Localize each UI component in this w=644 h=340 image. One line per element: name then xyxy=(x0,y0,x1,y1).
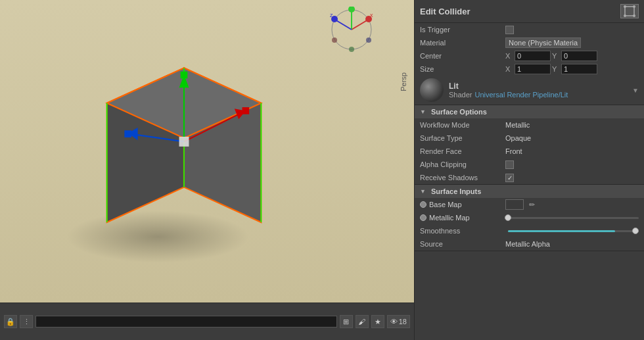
material-preview-row: Lit Shader Universal Render Pipeline/Lit… xyxy=(415,76,644,105)
size-row: Size X Y xyxy=(415,62,644,76)
center-x-input[interactable] xyxy=(515,51,551,61)
smoothness-row: Smoothness xyxy=(415,224,644,237)
alpha-clipping-label: Alpha Clipping xyxy=(420,160,505,168)
material-sphere-preview xyxy=(420,78,444,102)
base-map-label: Base Map xyxy=(429,201,462,208)
menu-button[interactable]: ⋮ xyxy=(20,315,33,328)
perspective-label: Persp xyxy=(400,72,407,91)
surface-type-label: Surface Type xyxy=(420,134,505,142)
size-y-label: Y xyxy=(552,65,560,73)
metallic-map-slider-thumb[interactable] xyxy=(505,214,511,221)
smoothness-slider-thumb[interactable] xyxy=(632,228,639,234)
shader-row: Shader Universal Render Pipeline/Lit xyxy=(449,91,627,99)
render-face-row: Render Face Front xyxy=(415,145,644,158)
smoothness-slider-track[interactable] xyxy=(508,230,639,232)
base-map-row: Base Map ✏ xyxy=(415,198,644,211)
svg-point-33 xyxy=(633,14,635,17)
brush-button[interactable]: 🖌 xyxy=(356,315,369,328)
lock-button[interactable]: 🔒 xyxy=(4,315,17,328)
edit-collider-title: Edit Collider xyxy=(420,7,471,16)
svg-line-17 xyxy=(352,20,368,30)
svg-point-26 xyxy=(332,37,337,43)
material-name: Lit xyxy=(449,82,627,91)
surface-inputs-section: ▼ Surface Inputs Base Map ✏ Metallic Map xyxy=(415,185,644,251)
edit-collider-icon xyxy=(624,5,635,17)
edit-collider-button[interactable] xyxy=(620,4,639,18)
shader-value[interactable]: Universal Render Pipeline/Lit xyxy=(474,91,568,99)
render-face-value[interactable]: Front xyxy=(505,147,639,155)
render-face-label: Render Face xyxy=(420,147,505,155)
collapse-indicator[interactable]: ▼ xyxy=(632,87,639,94)
layer-badge[interactable]: 👁 18 xyxy=(387,315,410,328)
surface-inputs-label: Surface Inputs xyxy=(431,187,481,195)
center-x-label: X xyxy=(505,52,513,60)
metallic-map-slider-track[interactable] xyxy=(508,217,639,219)
star-button[interactable]: ★ xyxy=(371,315,384,328)
surface-inputs-header[interactable]: ▼ Surface Inputs xyxy=(415,185,644,198)
scene-gizmo[interactable]: x y z xyxy=(329,7,375,53)
metallic-map-row: Metallic Map xyxy=(415,211,644,224)
source-value[interactable]: Metallic Alpha xyxy=(505,240,639,248)
material-row: Material None (Physic Materia xyxy=(415,36,644,49)
svg-text:x: x xyxy=(370,12,373,18)
alpha-clipping-checkbox[interactable] xyxy=(505,160,514,169)
size-x-input[interactable] xyxy=(515,64,551,74)
surface-options-header[interactable]: ▼ Surface Options xyxy=(415,105,644,118)
surface-options-label: Surface Options xyxy=(431,108,487,116)
edit-collider-header: Edit Collider xyxy=(415,0,644,23)
workflow-mode-label: Workflow Mode xyxy=(420,121,505,129)
workflow-mode-value[interactable]: Metallic xyxy=(505,121,639,129)
svg-point-30 xyxy=(624,5,626,8)
svg-text:z: z xyxy=(330,12,333,18)
smoothness-label: Smoothness xyxy=(420,227,505,235)
smoothness-slider-fill xyxy=(508,230,615,232)
base-map-color-swatch[interactable] xyxy=(505,199,524,210)
svg-rect-15 xyxy=(179,137,189,147)
viewport: x y z Persp 🔒 ⋮ ⊞ 🖌 ★ 👁 xyxy=(0,0,414,340)
svg-point-32 xyxy=(624,14,626,17)
alpha-clipping-row: Alpha Clipping xyxy=(415,158,644,171)
search-input[interactable] xyxy=(35,316,337,328)
inspector-panel: Edit Collider Is Trigger Material None (… xyxy=(414,0,644,340)
receive-shadows-label: Receive Shadows xyxy=(420,174,505,182)
scene-view[interactable]: x y z Persp xyxy=(0,0,414,303)
cube-container xyxy=(85,33,283,245)
size-vector: X Y xyxy=(505,64,597,74)
metallic-map-label-group: Metallic Map xyxy=(420,214,505,222)
base-map-dot-icon xyxy=(420,201,426,208)
is-trigger-checkbox[interactable] xyxy=(505,26,514,34)
svg-text:y: y xyxy=(349,7,352,9)
source-label: Source xyxy=(420,240,505,248)
material-label: Material xyxy=(420,39,505,47)
surface-options-arrow: ▼ xyxy=(420,109,426,115)
svg-point-31 xyxy=(633,5,635,8)
surface-type-value[interactable]: Opaque xyxy=(505,134,639,142)
base-map-label-group: Base Map xyxy=(420,201,505,208)
material-value[interactable]: None (Physic Materia xyxy=(505,37,581,48)
svg-point-28 xyxy=(366,37,371,43)
center-y-input[interactable] xyxy=(561,51,597,61)
size-y-input[interactable] xyxy=(561,64,597,74)
source-row: Source Metallic Alpha xyxy=(415,237,644,251)
surface-type-row: Surface Type Opaque xyxy=(415,132,644,145)
svg-rect-14 xyxy=(124,130,131,137)
layer-count: 18 xyxy=(399,318,407,326)
eye-icon: 👁 xyxy=(390,318,398,326)
svg-point-27 xyxy=(349,47,354,52)
surface-inputs-arrow: ▼ xyxy=(420,188,426,195)
size-x-label: X xyxy=(505,65,513,73)
svg-rect-29 xyxy=(625,7,634,16)
layers-button[interactable]: ⊞ xyxy=(340,315,353,328)
center-label: Center xyxy=(420,52,505,60)
is-trigger-row: Is Trigger xyxy=(415,23,644,36)
shader-label: Shader xyxy=(449,91,472,99)
center-vector: X Y xyxy=(505,51,597,61)
base-map-picker-btn[interactable]: ✏ xyxy=(526,199,537,210)
svg-rect-13 xyxy=(242,107,250,114)
base-map-controls: ✏ xyxy=(505,199,537,210)
metallic-map-label: Metallic Map xyxy=(429,214,470,222)
workflow-mode-row: Workflow Mode Metallic xyxy=(415,118,644,132)
receive-shadows-checkbox[interactable] xyxy=(505,174,514,182)
center-y-label: Y xyxy=(552,52,560,60)
metallic-map-dot-icon xyxy=(420,214,426,221)
